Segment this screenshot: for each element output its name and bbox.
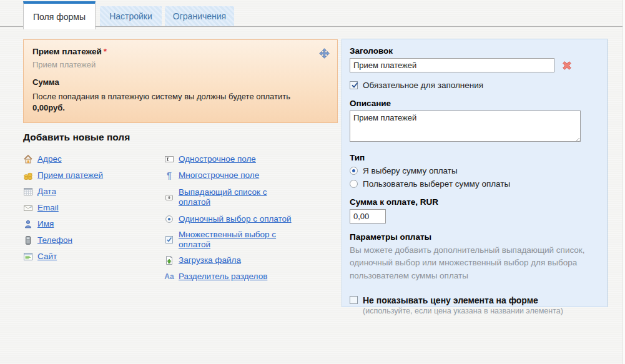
type-option-user-amount[interactable]: Пользователь выберет сумму оплаты (350, 179, 599, 189)
add-field-email[interactable]: Email (23, 203, 59, 213)
calendar-icon (23, 187, 33, 197)
add-field-link[interactable]: Выпадающий список с оплатой (179, 187, 283, 207)
required-checkbox-label: Обязательное для заполнения (363, 81, 483, 90)
add-field-link[interactable]: Одиночный выбор с оплатой (179, 214, 292, 224)
add-field-phone[interactable]: Телефон (23, 235, 72, 245)
preview-amount-value: 0,00руб. (32, 102, 328, 114)
add-field-name[interactable]: Имя (23, 219, 54, 229)
radio-label: Пользователь выберет сумму оплаты (363, 179, 510, 189)
single-line-icon (164, 154, 174, 164)
form-builder-screen: Поля формы Настройки Ограничения Прием п… (0, 0, 625, 364)
add-field-single-line[interactable]: Однострочное поле (164, 154, 256, 164)
add-field-link[interactable]: Имя (37, 219, 54, 229)
add-field-dropdown-paid[interactable]: Выпадающий список с оплатой (164, 187, 289, 207)
title-input[interactable] (350, 58, 554, 72)
hide-price-checkbox-row[interactable]: Не показывать цену элемента на форме (350, 295, 599, 305)
radio-icon (164, 214, 174, 224)
hide-price-label: Не показывать цену элемента на форме (363, 295, 538, 305)
add-field-single-choice-paid[interactable]: Одиночный выбор с оплатой (164, 214, 292, 224)
title-label: Заголовок (350, 46, 599, 56)
delete-field-icon[interactable] (560, 59, 574, 72)
hide-price-hint: (используйте, если цена указана в назван… (363, 307, 599, 315)
tab-form-fields[interactable]: Поля формы (23, 1, 96, 29)
tab-settings[interactable]: Настройки (100, 6, 162, 26)
description-textarea[interactable]: Прием платежей (350, 111, 581, 142)
move-icon[interactable] (319, 48, 330, 59)
preview-card-subtitle: Прием платежей (32, 60, 328, 69)
dropdown-icon (164, 192, 174, 202)
hide-price-checkbox[interactable] (350, 296, 358, 304)
amount-input[interactable] (350, 209, 386, 224)
type-label: Тип (350, 153, 599, 162)
type-option-own-amount[interactable]: Я выберу сумму оплаты (350, 166, 599, 175)
payment-params-hint: Вы можете добавить дополнительный выпада… (350, 244, 601, 282)
radio-selected-icon[interactable] (350, 167, 358, 175)
coins-icon (23, 170, 33, 180)
radio-unselected-icon[interactable] (350, 180, 358, 188)
preview-amount-text: После попадания в платежную систему вы д… (32, 91, 328, 114)
payment-params-label: Параметры оплаты (350, 232, 599, 242)
add-field-link[interactable]: Множественный выбор с оплатой (179, 230, 292, 250)
scrollbar-track[interactable] (623, 0, 625, 364)
payment-field-preview-card[interactable]: Прием платежей* Прием платежей Сумма Пос… (23, 39, 338, 123)
add-field-link[interactable]: Адрес (37, 154, 62, 164)
person-icon (23, 219, 33, 229)
envelope-icon (23, 203, 33, 213)
section-divider-icon: Aa (164, 272, 174, 282)
website-icon (23, 252, 33, 262)
add-fields-heading: Добавить новые поля (23, 132, 130, 143)
add-field-link[interactable]: Прием платежей (37, 170, 103, 180)
add-field-section-divider[interactable]: Aa Разделитель разделов (164, 272, 267, 282)
add-field-link[interactable]: Сайт (37, 252, 57, 262)
add-field-payment[interactable]: Прием платежей (23, 170, 103, 180)
add-field-multi-line[interactable]: ¶ Многострочное поле (164, 170, 259, 180)
tab-restrictions[interactable]: Ограничения (165, 6, 234, 26)
description-label: Описание (350, 99, 599, 108)
add-field-link[interactable]: Дата (37, 187, 56, 197)
phone-icon (23, 235, 33, 245)
add-field-address[interactable]: Адрес (23, 154, 62, 164)
add-field-link[interactable]: Email (37, 203, 59, 213)
radio-label: Я выберу сумму оплаты (363, 166, 458, 175)
field-settings-panel: Заголовок Обязательное для заполнения Оп… (342, 39, 608, 307)
preview-amount-label: Сумма (32, 77, 328, 87)
add-field-site[interactable]: Сайт (23, 252, 57, 262)
add-field-link[interactable]: Разделитель разделов (179, 272, 267, 282)
upload-icon (164, 255, 174, 265)
preview-amount-sentence: После попадания в платежную систему вы д… (32, 92, 290, 101)
required-checkbox[interactable] (350, 81, 358, 89)
add-field-link[interactable]: Телефон (37, 235, 72, 245)
preview-card-title: Прием платежей* (32, 47, 328, 56)
home-icon (23, 154, 33, 164)
pilcrow-icon: ¶ (164, 170, 174, 180)
add-field-multi-choice-paid[interactable]: Множественный выбор с оплатой (164, 230, 295, 250)
add-field-link[interactable]: Однострочное поле (179, 154, 256, 164)
add-field-link[interactable]: Многострочное поле (179, 170, 259, 180)
required-checkbox-row[interactable]: Обязательное для заполнения (350, 81, 599, 90)
add-field-date[interactable]: Дата (23, 187, 56, 197)
add-field-file-upload[interactable]: Загрузка файла (164, 255, 241, 265)
amount-label: Сумма к оплате, RUR (350, 197, 599, 207)
required-asterisk: * (104, 47, 107, 56)
add-field-link[interactable]: Загрузка файла (179, 255, 241, 265)
preview-title-text: Прием платежей (32, 47, 102, 56)
checkbox-icon (164, 235, 174, 245)
